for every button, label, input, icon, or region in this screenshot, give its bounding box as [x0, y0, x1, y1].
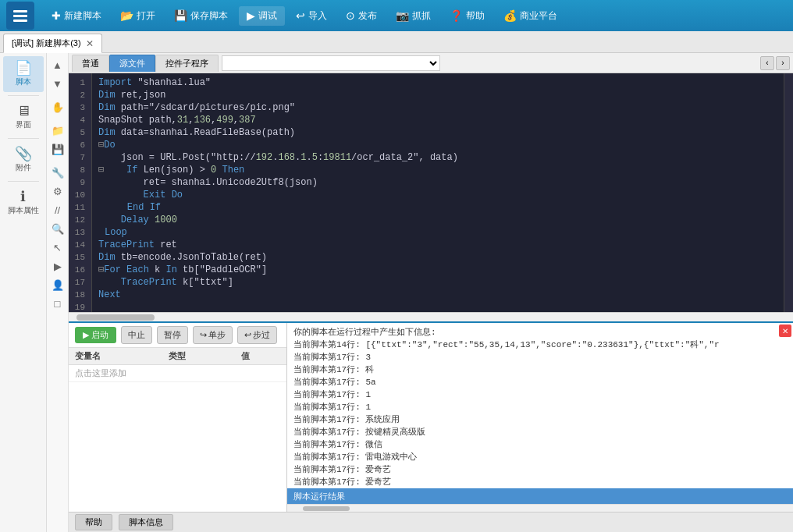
run-button[interactable]: ▶ 启动 [75, 327, 116, 343]
code-line-14: TracePrint ret [98, 239, 777, 251]
line-number-13: 13 [69, 226, 88, 239]
col-value: 值 [235, 348, 286, 365]
code-line-4: SnapShot path,31,136,499,387 [98, 114, 777, 126]
comment-icon[interactable]: // [49, 201, 66, 218]
new-icon: ✚ [52, 9, 61, 22]
output-line-11: 当前脚本第17行: 爱奇艺 [293, 476, 787, 488]
code-editor[interactable]: 12345678910111213141516171819 Import "sh… [69, 73, 793, 312]
arrow-down-icon[interactable]: ▼ [49, 75, 66, 92]
bottom-panel: ▶ 启动 中止 暂停 ↪ 单步 [69, 321, 793, 532]
line-number-19: 19 [69, 301, 88, 312]
output-status-bar: 脚本运行结果 [287, 488, 793, 504]
nav-next-button[interactable]: › [776, 56, 790, 70]
help-button[interactable]: ❓ 帮助 [442, 6, 493, 26]
tab-normal[interactable]: 普通 [72, 55, 109, 72]
sub-sidebar: ▲ ▼ ✋ 📁 💾 🔧 ⚙ // 🔍 ↖ ▶ 👤 □ [47, 53, 69, 532]
code-line-1: Import "shanhai.lua" [98, 76, 777, 89]
output-close-button[interactable]: ✕ [779, 325, 791, 337]
step-icon: ↪ [200, 330, 207, 340]
editor-tabs: 普通 源文件 控件子程序 ‹ › [69, 53, 793, 73]
line-number-16: 16 [69, 264, 88, 276]
line-number-7: 7 [69, 151, 88, 164]
output-line-8: 当前脚本第17行: 微信 [293, 438, 787, 451]
debug-controls: ▶ 启动 中止 暂停 ↪ 单步 [69, 323, 286, 348]
app-logo [6, 2, 34, 30]
bottom-footer: 帮助 脚本信息 [69, 512, 793, 532]
editor-nav-buttons: ‹ › [760, 56, 790, 70]
line-number-17: 17 [69, 276, 88, 289]
tab-close-button[interactable]: ✕ [86, 38, 94, 49]
debug-button[interactable]: ▶ 调试 [239, 6, 285, 26]
hand-icon[interactable]: ✋ [49, 98, 66, 115]
wizard-select[interactable] [222, 55, 440, 71]
code-line-15: Dim tb=encode.JsonToTable(ret) [98, 251, 777, 264]
h-scrollbar-thumb [76, 314, 155, 321]
publish-icon: ⊙ [346, 9, 355, 22]
col-varname: 变量名 [69, 348, 162, 365]
open-button[interactable]: 📂 打开 [112, 6, 163, 26]
line-number-15: 15 [69, 251, 88, 264]
pause-button[interactable]: 暂停 [157, 326, 188, 344]
debug-tab[interactable]: [调试] 新建脚本(3) ✕ [3, 34, 102, 53]
publish-button[interactable]: ⊙ 发布 [338, 6, 385, 26]
help-icon: ❓ [450, 9, 463, 22]
sidebar-item-properties[interactable]: ℹ 脚本属性 [3, 185, 44, 221]
output-h-scrollbar[interactable] [287, 504, 793, 512]
folder-icon[interactable]: 📁 [49, 122, 66, 139]
sidebar-item-attachment[interactable]: 📎 附件 [3, 142, 44, 178]
save-small-icon[interactable]: 💾 [49, 140, 66, 158]
sidebar-divider-2 [8, 138, 39, 139]
search-icon[interactable]: 🔍 [49, 220, 66, 237]
tool1-icon[interactable]: 🔧 [49, 164, 66, 181]
user-icon[interactable]: 👤 [49, 276, 66, 293]
line-number-18: 18 [69, 289, 88, 301]
code-line-2: Dim ret,json [98, 89, 777, 101]
run-icon[interactable]: ▶ [49, 257, 66, 275]
col-type: 类型 [162, 348, 235, 365]
tool2-icon[interactable]: ⚙ [49, 183, 66, 200]
cursor-icon[interactable]: ↖ [49, 239, 66, 256]
platform-button[interactable]: 💰 商业平台 [496, 6, 565, 26]
line-number-4: 4 [69, 114, 88, 126]
output-line-9: 当前脚本第17行: 雷电游戏中心 [293, 451, 787, 463]
code-line-8: ⊟ If Len(json) > 0 Then [98, 164, 777, 176]
import-button[interactable]: ↩ 导入 [288, 6, 335, 26]
nav-prev-button[interactable]: ‹ [760, 56, 774, 70]
capture-button[interactable]: 📷 抓抓 [388, 6, 439, 26]
box-icon[interactable]: □ [49, 295, 66, 312]
save-button[interactable]: 💾 保存脚本 [166, 6, 236, 26]
output-line-7: 当前脚本第17行: 按键精灵高级版 [293, 426, 787, 438]
code-line-3: Dim path="/sdcard/pictures/pic.png" [98, 101, 777, 114]
code-line-6: ⊟Do [98, 139, 777, 151]
footer-help-button[interactable]: 帮助 [75, 514, 112, 530]
line-number-9: 9 [69, 176, 88, 189]
output-line-3: 当前脚本第17行: 5a [293, 376, 787, 388]
run-play-icon: ▶ [83, 330, 89, 340]
step-button[interactable]: ↪ 单步 [193, 326, 233, 344]
sidebar-item-script[interactable]: 📄 脚本 [3, 56, 44, 92]
footer-script-info-button[interactable]: 脚本信息 [119, 514, 173, 530]
output-h-thumb [303, 506, 350, 511]
tab-source[interactable]: 源文件 [109, 55, 155, 72]
stop-button[interactable]: 中止 [121, 326, 152, 344]
code-content[interactable]: Import "shanhai.lua"Dim ret,jsonDim path… [92, 73, 784, 312]
code-line-7: json = URL.Post("http://192.168.1.5:1981… [98, 151, 777, 164]
vars-data-table: 变量名 类型 值 点击这里添加 [69, 348, 286, 382]
editor-h-scrollbar[interactable] [69, 312, 793, 321]
line-number-10: 10 [69, 189, 88, 201]
add-variable-hint[interactable]: 点击这里添加 [75, 368, 126, 378]
code-line-13: Loop [98, 226, 777, 239]
line-number-1: 1 [69, 76, 88, 89]
tab-wizard[interactable]: 控件子程序 [155, 55, 219, 72]
line-number-5: 5 [69, 126, 88, 139]
editor-v-scrollbar[interactable] [784, 73, 793, 312]
new-script-button[interactable]: ✚ 新建脚本 [44, 6, 109, 26]
output-line-2: 当前脚本第17行: 科 [293, 364, 787, 376]
step-over-button[interactable]: ↩ 步过 [237, 326, 277, 344]
variable-table: 变量名 类型 值 点击这里添加 [69, 348, 286, 512]
line-number-14: 14 [69, 239, 88, 251]
editor-area: 普通 源文件 控件子程序 ‹ › [69, 53, 793, 321]
line-number-2: 2 [69, 89, 88, 101]
sidebar-item-ui[interactable]: 🖥 界面 [3, 99, 44, 135]
arrow-up-icon[interactable]: ▲ [49, 56, 66, 73]
